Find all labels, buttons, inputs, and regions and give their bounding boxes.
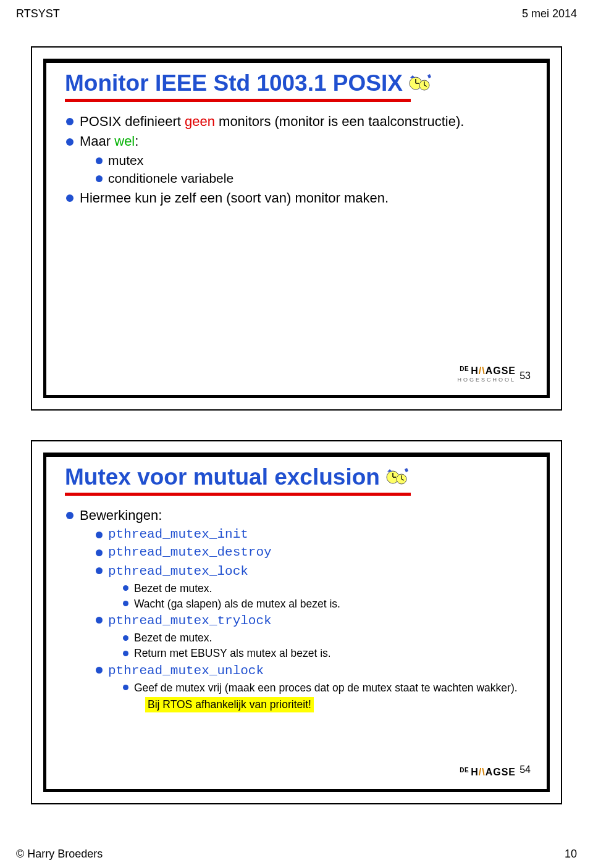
page-footer: © Harry Broeders 10 (16, 848, 577, 861)
slide1-bullet-3: Hiermee kun je zelf een (soort van) moni… (65, 190, 528, 207)
logo: DEH/\AGSE (460, 767, 516, 778)
logo: DEH/\AGSE HOGESCHOOL (457, 365, 516, 383)
slide1-number: 53 (519, 370, 531, 382)
header-right: 5 mei 2014 (522, 7, 577, 20)
slide2-number: 54 (519, 764, 531, 775)
svg-marker-15 (405, 468, 408, 472)
rtos-highlight: Bij RTOS afhankelijk van prioriteit! (145, 697, 314, 712)
slide2-title: Mutex voor mutual exclusion (65, 464, 380, 490)
slide1-title: Monitor IEEE Std 1003.1 POSIX (65, 70, 403, 96)
op-lock-sub1: Bezet de mutex. (122, 582, 528, 596)
footer-left: © Harry Broeders (16, 848, 103, 861)
op-lock: pthread_mutex_lock Bezet de mutex. Wacht… (95, 562, 528, 611)
op-trylock-sub2: Return met EBUSY als mutex al bezet is. (122, 646, 528, 661)
header-left: RTSYST (16, 7, 60, 20)
op-init: pthread_mutex_init (95, 527, 528, 543)
svg-marker-7 (427, 74, 431, 78)
op-destroy: pthread_mutex_destroy (95, 545, 528, 561)
title-underline (65, 99, 411, 102)
slide-2: Mutex voor mutual exclusion (31, 440, 562, 804)
op-unlock-sub: Geef de mutex vrij (maak een proces dat … (122, 681, 528, 695)
slide2-bullet-1: Bewerkingen: pthread_mutex_init pthread_… (65, 507, 528, 712)
op-trylock: pthread_mutex_trylock Bezet de mutex. Re… (95, 612, 528, 660)
clocks-icon (409, 74, 432, 93)
op-trylock-sub1: Bezet de mutex. (122, 631, 528, 645)
page-header: RTSYST 5 mei 2014 (0, 0, 593, 24)
clocks-icon (386, 468, 410, 486)
footer-right: 10 (565, 848, 577, 861)
slide1-sub-1: mutex (95, 152, 528, 169)
op-lock-sub2: Wacht (ga slapen) als de mutex al bezet … (122, 597, 528, 611)
slide1-bullet-2: Maar wel: mutex conditionele variabele (65, 133, 528, 187)
svg-marker-6 (410, 75, 415, 78)
slide1-sub-2: conditionele variabele (95, 170, 528, 187)
slide-1: Monitor IEEE Std 1003.1 POSIX (31, 46, 562, 411)
svg-marker-14 (387, 469, 392, 472)
slide1-bullet-1: POSIX definieert geen monitors (monitor … (65, 113, 528, 130)
title-underline (65, 493, 411, 496)
op-unlock: pthread_mutex_unlock Geef de mutex vrij … (95, 662, 528, 713)
